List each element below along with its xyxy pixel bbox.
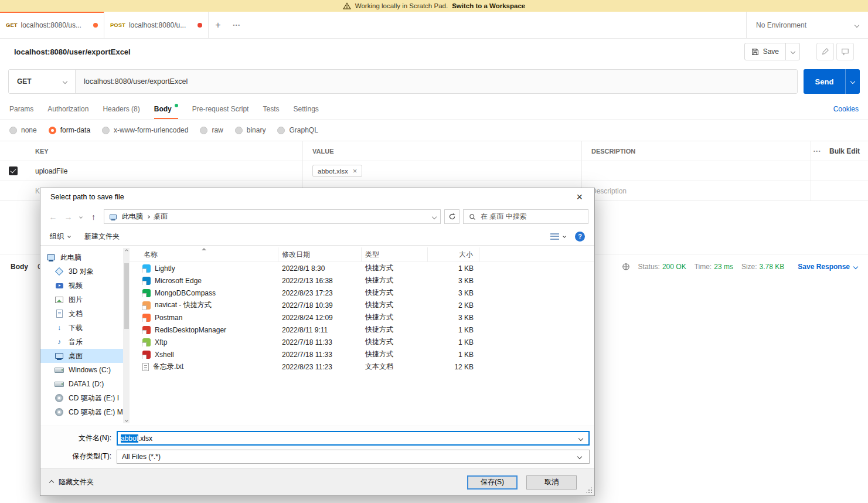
tab-headers-8[interactable]: Headers (8) [103,98,139,119]
tab-settings[interactable]: Settings [293,98,318,119]
description-placeholder[interactable]: Description [581,181,811,200]
tab-body[interactable]: Body [154,98,178,119]
file-type: 快捷方式 [362,288,428,298]
breadcrumb-desktop[interactable]: 桌面 [154,212,168,222]
sidebar-item-item[interactable]: 视频 [40,278,130,293]
file-row-redisdesktopmanager[interactable]: RedisDesktopManager2022/8/11 9:11快捷方式1 K… [130,324,594,336]
filename-input[interactable]: abbot .xlsx [117,431,590,446]
toolbar-right: ? [550,232,585,242]
address-bar[interactable]: 此电脑 桌面 [104,209,441,224]
cookies-link[interactable]: Cookies [833,105,859,113]
organize-menu[interactable]: 组织 [50,232,70,242]
row-checkbox-checked[interactable] [9,166,18,175]
sidebar-item-cd-e-i[interactable]: CD 驱动器 (E:) I [40,391,130,405]
sidebar-item-item[interactable]: 文档 [40,307,130,321]
tab-pre-request-script[interactable]: Pre-request Script [192,98,249,119]
tab-tests[interactable]: Tests [263,98,279,119]
file-row-xftp[interactable]: Xftp2022/7/18 11:33快捷方式1 KB [130,336,594,348]
response-meta: Status:200 OK Time:23 ms Size:3.78 KB Sa… [622,263,857,271]
save-button-dialog[interactable]: 保存(S) [467,475,518,490]
tab-label: Body [154,105,172,113]
sidebar-item-3d[interactable]: 3D 对象 [40,264,130,278]
save-response-button[interactable]: Save Response [798,263,857,271]
sidebar-item-item[interactable]: 下载 [40,321,130,335]
tab-authorization[interactable]: Authorization [47,98,88,119]
file-row-navicat[interactable]: navicat - 快捷方式2022/7/18 10:39快捷方式2 KB [130,299,594,311]
file-row-postman[interactable]: Postman2022/8/24 12:09快捷方式3 KB [130,311,594,324]
table-options-button[interactable]: ••• [811,141,823,161]
sidebar-item-windows-c[interactable]: Windows (C:) [40,363,130,377]
sidebar-item-item[interactable]: 桌面 [40,349,130,363]
bulk-edit-link[interactable]: Bulk Edit [823,141,868,161]
value-cell[interactable]: abbot.xlsx × [302,161,581,181]
file-row-xshell[interactable]: Xshell2022/7/18 11:33快捷方式1 KB [130,348,594,361]
body-type-binary[interactable]: binary [235,126,266,134]
edit-button[interactable] [816,43,834,60]
send-button[interactable]: Send [804,69,845,94]
request-tab-get[interactable]: GET localhost:8080/us... [0,12,104,38]
key-cell[interactable]: uploadFile [26,161,302,181]
app-shortcut-icon [142,264,151,273]
comment-button[interactable] [836,43,854,60]
hide-folders-button[interactable]: 隐藏文件夹 [50,477,94,487]
file-row-mongodbcompass[interactable]: MongoDBCompass2022/8/23 17:23快捷方式3 KB [130,287,594,299]
sidebar-item-item[interactable]: 音乐 [40,335,130,349]
dialog-title-bar[interactable]: Select path to save file × [40,188,594,206]
file-row-microsoft-edge[interactable]: Microsoft Edge2022/2/13 16:38快捷方式3 KB [130,274,594,287]
column-header-size[interactable]: 大小 [428,247,479,261]
body-type-none[interactable]: none [9,126,37,134]
chevron-down-icon[interactable] [432,214,437,219]
help-button[interactable]: ? [575,232,585,242]
switch-workspace-link[interactable]: Switch to a Workspace [452,2,525,9]
file-row-lightly[interactable]: Lightly2022/8/1 8:30快捷方式1 KB [130,262,594,274]
history-dropdown-button[interactable] [77,210,85,224]
tab-options-button[interactable]: ••• [227,12,246,38]
sidebar-item-item[interactable]: 此电脑 [40,250,130,264]
description-cell[interactable] [581,161,811,181]
new-folder-button[interactable]: 新建文件夹 [84,232,120,242]
sidebar-item-cd-e-m[interactable]: CD 驱动器 (E:) M [40,405,130,419]
tab-label: Authorization [47,105,88,113]
sidebar-item-item[interactable]: 图片 [40,293,130,307]
body-type-graphql[interactable]: GraphQL [277,126,318,134]
sidebar-item-data1-d[interactable]: DATA1 (D:) [40,377,130,391]
environment-selector[interactable]: No Environment [746,12,868,38]
filetype-select[interactable]: All Files (*.*) [117,450,590,464]
save-button[interactable]: Save [745,43,785,60]
body-type-raw[interactable]: raw [200,126,223,134]
scrollbar-thumb[interactable] [124,263,129,329]
body-type-form-data[interactable]: form-data [49,126,90,134]
forward-button[interactable]: → [62,210,75,224]
breadcrumb-this-pc[interactable]: 此电脑 [122,212,143,222]
new-tab-button[interactable]: + [209,12,227,38]
tab-params[interactable]: Params [9,98,33,119]
filetype-dropdown-button[interactable] [575,455,584,458]
method-selector[interactable]: GET [9,70,76,93]
send-options-button[interactable] [845,69,860,94]
file-row-txt[interactable]: 备忘录.txt2022/8/23 11:23文本文档12 KB [130,361,594,373]
filename-dropdown-button[interactable] [576,437,586,440]
column-header-date-modified[interactable]: 修改日期 [278,247,362,261]
scroll-up-icon[interactable] [125,249,128,253]
body-type-x-www-form-urlencoded[interactable]: x-www-form-urlencoded [102,126,188,134]
view-mode-button[interactable] [550,233,566,240]
request-tab-post[interactable]: POST localhost:8080/u... [104,12,209,38]
column-header-name[interactable]: 名称 [130,247,278,261]
scroll-down-icon[interactable] [125,419,128,422]
remove-file-icon[interactable]: × [353,167,358,175]
close-icon[interactable]: × [574,192,584,202]
url-input[interactable] [76,70,797,93]
refresh-button[interactable] [444,209,459,224]
column-header-type[interactable]: 类型 [362,247,428,261]
key-header: KEY [26,141,302,161]
sidebar-scrollbar[interactable] [123,248,130,423]
resize-grip[interactable] [586,487,592,493]
dialog-filename-section: 文件名(N): abbot .xlsx 保存类型(T): All Files (… [40,426,594,468]
search-box[interactable]: 在 桌面 中搜索 [463,209,588,224]
save-options-button[interactable] [785,43,799,60]
time-value: 23 ms [714,263,733,271]
back-button[interactable]: ← [46,210,60,224]
up-button[interactable]: ↑ [87,210,100,224]
response-tab-body[interactable]: Body [11,263,28,271]
cancel-button[interactable]: 取消 [526,475,577,490]
